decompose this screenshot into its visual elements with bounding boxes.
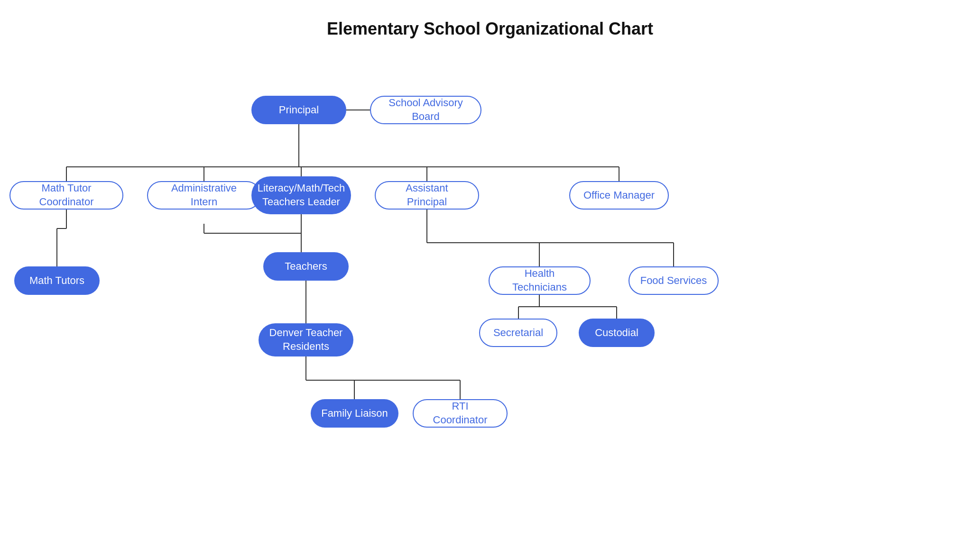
node-advisory-board: School Advisory Board (370, 96, 481, 124)
connectors (0, 48, 980, 539)
node-assistant-principal: Assistant Principal (375, 181, 479, 210)
node-literacy-leader: Literacy/Math/TechTeachers Leader (251, 176, 351, 214)
node-rti-coordinator: RTI Coordinator (413, 399, 508, 428)
node-family-liaison: Family Liaison (311, 399, 398, 428)
page-title: Elementary School Organizational Chart (0, 0, 980, 48)
node-teachers: Teachers (263, 252, 349, 281)
node-math-tutor-coord: Math Tutor Coordinator (9, 181, 123, 210)
org-chart: Principal School Advisory Board Math Tut… (0, 48, 980, 539)
node-office-manager: Office Manager (569, 181, 669, 210)
node-math-tutors: Math Tutors (14, 266, 100, 295)
node-custodial: Custodial (579, 319, 655, 347)
node-secretarial: Secretarial (479, 319, 557, 347)
node-denver-residents: Denver TeacherResidents (259, 323, 353, 356)
node-health-tech: Health Technicians (489, 266, 591, 295)
node-admin-intern: Administrative Intern (147, 181, 261, 210)
node-principal: Principal (251, 96, 346, 124)
node-food-services: Food Services (629, 266, 719, 295)
